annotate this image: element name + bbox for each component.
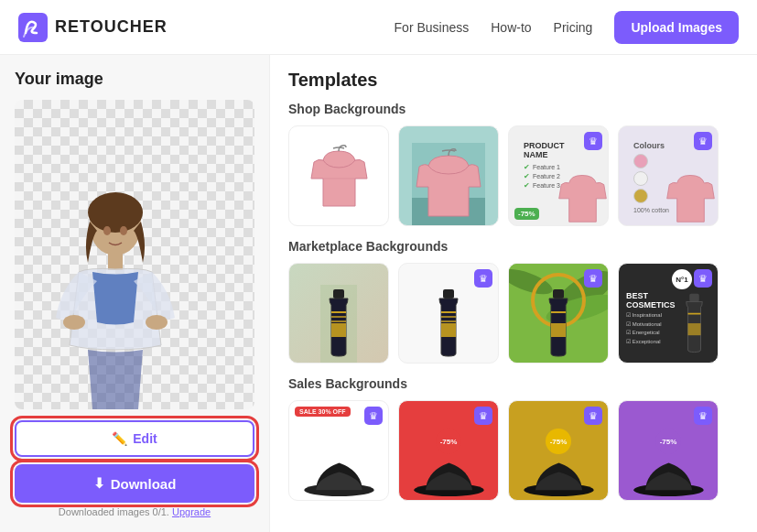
crown-badge-colours: ♛ <box>694 132 712 150</box>
crown-badge-sale-yellow: ♛ <box>584 407 602 425</box>
template-card-sale-red[interactable]: ♛ -75% <box>398 400 499 501</box>
svg-rect-12 <box>333 289 344 299</box>
discount-badge-yellow: -75% <box>546 429 571 454</box>
bottle-green-icon <box>540 285 577 363</box>
colour-pink <box>633 154 648 168</box>
crown-badge-sale-red: ♛ <box>474 407 492 425</box>
svg-rect-15 <box>441 323 456 337</box>
nav-for-business[interactable]: For Business <box>395 20 470 35</box>
crown-badge-dark: ♛ <box>694 269 712 288</box>
upload-images-button[interactable]: Upload Images <box>614 11 739 44</box>
svg-point-4 <box>63 315 85 330</box>
template-card-product-name[interactable]: ♛ PRODUCTNAME ✔Feature 1 ✔Feature 2 ✔Fea… <box>508 125 609 226</box>
discount-label: -75% <box>514 208 539 220</box>
svg-rect-21 <box>551 323 566 337</box>
template-card-sale-yellow[interactable]: ♛ -75% <box>508 400 609 501</box>
pencil-icon: ✏️ <box>112 431 127 446</box>
crown-badge-sale-plain: ♛ <box>364 407 383 425</box>
colour-white <box>633 171 648 186</box>
template-card-shop-teal[interactable] <box>398 125 499 226</box>
colours-heading: Colours <box>633 141 703 150</box>
svg-rect-13 <box>331 323 346 337</box>
nav-pricing[interactable]: Pricing <box>554 20 593 35</box>
main-layout: Your image <box>0 55 757 532</box>
download-info: Downloaded images 0/1. Upgrade <box>15 506 254 517</box>
section-sales-title: Sales Backgrounds <box>288 376 739 391</box>
bottle-bokeh-icon <box>320 285 357 363</box>
download-button[interactable]: ⬇ Download <box>15 464 254 503</box>
no1-badge: N°1 <box>672 269 692 289</box>
template-card-shop-plain[interactable] <box>288 125 389 226</box>
action-buttons: ✏️ Edit ⬇ Download <box>15 420 254 503</box>
sweater-icon <box>309 142 369 211</box>
svg-point-2 <box>88 192 143 233</box>
templates-title: Templates <box>288 70 739 91</box>
right-panel[interactable]: Templates Shop Backgrounds <box>270 55 757 532</box>
image-preview-area <box>15 100 254 409</box>
sweater-product-icon <box>557 168 608 225</box>
crown-badge-product: ♛ <box>584 132 602 150</box>
sales-backgrounds-row: ♛ SALE 30% OFF ♛ -75% <box>288 400 739 501</box>
nav-how-to[interactable]: How-to <box>491 20 531 35</box>
crown-badge-white: ♛ <box>474 269 492 288</box>
logo-icon <box>18 13 48 42</box>
colour-gold <box>633 189 648 203</box>
svg-rect-23 <box>688 323 701 335</box>
edit-button[interactable]: ✏️ Edit <box>15 420 254 457</box>
discount-badge-purple: -75% <box>655 429 681 454</box>
main-nav: For Business How-to Pricing Upload Image… <box>395 11 739 44</box>
template-card-dark-cosmetics[interactable]: ♛ N°1 BESTCOSMETICS ☑ Inspirational☑ Mot… <box>618 263 719 364</box>
panel-title: Your image <box>15 70 254 89</box>
section-marketplace-title: Marketplace Backgrounds <box>288 239 739 254</box>
cosmetics-info: BESTCOSMETICS ☑ Inspirational☑ Motivatio… <box>626 291 676 346</box>
crown-badge-sale-purple: ♛ <box>694 407 712 425</box>
upgrade-link[interactable]: Upgrade <box>172 506 211 517</box>
template-card-sale-plain[interactable]: ♛ SALE 30% OFF <box>288 400 389 501</box>
sweater-colours-icon <box>665 168 716 225</box>
template-card-bokeh[interactable] <box>288 263 389 364</box>
shop-backgrounds-row: ♛ PRODUCTNAME ✔Feature 1 ✔Feature 2 ✔Fea… <box>288 125 739 226</box>
header: RETOUCHER For Business How-to Pricing Up… <box>0 0 757 55</box>
sweater-teal-icon <box>412 143 485 225</box>
svg-point-6 <box>103 226 111 235</box>
template-card-sale-purple[interactable]: ♛ -75% <box>618 400 719 501</box>
template-card-colours[interactable]: ♛ Colours 100% cotton <box>618 125 719 226</box>
svg-rect-22 <box>689 294 699 302</box>
svg-point-5 <box>146 315 168 330</box>
discount-badge-red: -75% <box>436 429 461 454</box>
hat-sale-icon <box>300 445 378 500</box>
person-cutout <box>24 180 189 409</box>
logo-text: RETOUCHER <box>55 17 168 37</box>
left-panel: Your image <box>0 55 270 532</box>
download-icon: ⬇ <box>93 475 105 492</box>
svg-rect-3 <box>108 252 123 270</box>
svg-point-7 <box>120 226 127 235</box>
template-card-green-tropical[interactable]: ♛ <box>508 263 609 364</box>
bottle-dark-icon <box>678 285 710 363</box>
svg-rect-14 <box>443 289 454 299</box>
marketplace-backgrounds-row: ♛ ♛ <box>288 263 739 364</box>
svg-rect-20 <box>553 289 564 299</box>
section-shop-backgrounds-title: Shop Backgrounds <box>288 102 739 116</box>
logo: RETOUCHER <box>18 13 168 42</box>
sale-badge-text: SALE 30% OFF <box>295 407 351 417</box>
crown-badge-green: ♛ <box>584 269 602 288</box>
bottle-white-icon <box>430 285 467 363</box>
product-name-title: PRODUCTNAME <box>524 141 593 159</box>
template-card-white-simple[interactable]: ♛ <box>398 263 499 364</box>
